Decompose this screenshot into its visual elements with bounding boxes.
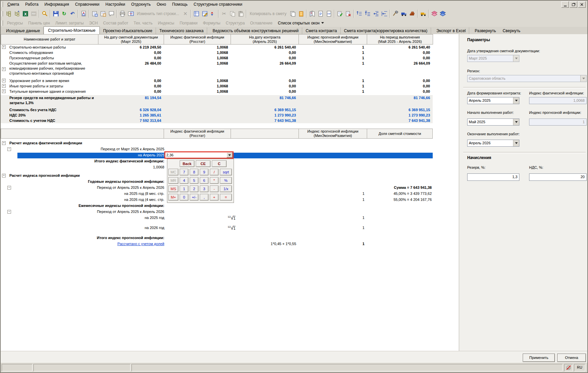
insert-section-icon[interactable] bbox=[99, 9, 107, 18]
resource-table-icon[interactable] bbox=[192, 9, 200, 18]
save-icon[interactable] bbox=[52, 9, 60, 18]
tree-add-icon[interactable] bbox=[13, 9, 21, 18]
calculated-with-shares-link[interactable]: Рассчитано с учетом долей bbox=[117, 242, 164, 246]
calc-sign-button[interactable]: +/- bbox=[190, 194, 198, 201]
tab-vedomost-obemov[interactable]: Ведомость объёмов конструктивных решений bbox=[209, 27, 302, 34]
work-start-combo[interactable]: Май 2025 bbox=[467, 119, 519, 126]
menu-okno[interactable]: Окно bbox=[154, 1, 169, 8]
vat-input[interactable]: 20 bbox=[529, 173, 587, 181]
truck-yellow-icon[interactable] bbox=[419, 9, 427, 18]
tab-smeta-kontrakta[interactable]: Смета контракта bbox=[302, 27, 341, 34]
table-row[interactable]: Титульные временные здания и сооружения … bbox=[1, 89, 433, 94]
minimize-button[interactable] bbox=[561, 1, 569, 8]
calc-1-button[interactable]: 1 bbox=[180, 185, 188, 192]
calc-ms-button[interactable]: MS bbox=[168, 185, 178, 192]
table-row[interactable]: Удорожание работ в зимнее время 0,00 1,0… bbox=[1, 78, 433, 83]
index-combo-box[interactable]: 2,36 bbox=[164, 151, 234, 159]
tab-smeta-kontrakta-korr[interactable]: Смета контракта(корректировка количества… bbox=[341, 27, 431, 34]
table-row[interactable]: Осуществление работ вахтовым методом, ко… bbox=[1, 61, 433, 78]
indent-left-icon[interactable] bbox=[372, 9, 380, 18]
combo-dropdown-button[interactable] bbox=[227, 152, 233, 158]
calc-multiply-button[interactable]: * bbox=[210, 177, 219, 184]
calc-5-button[interactable]: 5 bbox=[190, 177, 198, 184]
menu-nastroyki[interactable]: Настройки bbox=[102, 1, 128, 8]
calc-comma-button[interactable]: , bbox=[200, 194, 208, 201]
tab-proektno-izyskatelskie[interactable]: Проектно-Изыскательские bbox=[100, 27, 156, 34]
search-icon[interactable] bbox=[40, 9, 49, 18]
tree-structure-icon[interactable] bbox=[4, 9, 13, 18]
tab-tehnicheskogo-zakazchika[interactable]: Технического заказчика bbox=[156, 27, 207, 34]
table-row[interactable]: Строительно-монтажные работы 6 219 249,5… bbox=[1, 45, 433, 50]
table-row[interactable]: Стоимость оборудования 0,00 1,0068 0,00 … bbox=[1, 50, 433, 55]
doc-pr-icon[interactable]: ПР bbox=[325, 9, 333, 18]
apply-button[interactable]: Применить bbox=[523, 354, 555, 362]
col-header-name[interactable]: Наименование работ и затрат bbox=[1, 34, 98, 45]
comment-icon[interactable] bbox=[107, 9, 115, 18]
edit-table-icon[interactable] bbox=[200, 9, 209, 18]
print-icon[interactable] bbox=[118, 9, 127, 18]
calc-9-button[interactable]: 9 bbox=[200, 169, 208, 175]
toolbar-grip[interactable] bbox=[1, 2, 3, 7]
toolbar-grip[interactable] bbox=[1, 11, 3, 16]
materials-icon[interactable] bbox=[408, 9, 416, 18]
collapse-icon[interactable] bbox=[2, 141, 6, 145]
total-row-vat[interactable]: НДС 20% 1 265 385,61 1 273 990,23 1 273 … bbox=[1, 113, 433, 118]
monthly-transition-row[interactable]: Переход от Апрель 2025 к Апрель 2026 bbox=[1, 209, 459, 215]
calc-c-button[interactable]: C bbox=[212, 160, 227, 167]
expand-icon[interactable] bbox=[2, 89, 6, 93]
combo-dropdown-button[interactable] bbox=[513, 119, 519, 125]
menu-otdohnut[interactable]: Отдохнуть bbox=[128, 1, 154, 8]
collapse-icon[interactable] bbox=[7, 147, 11, 151]
calc-plus-button[interactable]: + bbox=[210, 194, 219, 201]
total-row-reserve[interactable]: Резерв средств на непредвиденные работы … bbox=[1, 95, 433, 107]
calc-mplus-button[interactable]: M+ bbox=[168, 194, 178, 201]
col-header-base-date[interactable]: На дату сметной документации(Март 2025) bbox=[98, 34, 164, 45]
menu-informacia[interactable]: Информация bbox=[41, 1, 72, 8]
sort-icon[interactable] bbox=[209, 9, 217, 18]
total-row-with-vat[interactable]: Стоимость с учетом НДС 7 592 313,64 7 64… bbox=[1, 118, 433, 123]
calc-7-button[interactable]: 7 bbox=[180, 169, 188, 175]
merge-rows-icon[interactable] bbox=[127, 9, 135, 18]
combo-dropdown-button[interactable] bbox=[513, 140, 519, 146]
catalog-icon[interactable] bbox=[308, 9, 316, 18]
tab-export-excel[interactable]: Экспорт в Excel bbox=[433, 27, 469, 34]
combo-dropdown-button[interactable] bbox=[513, 97, 519, 104]
calc-2-button[interactable]: 2 bbox=[190, 185, 198, 192]
doc-uncheck-icon[interactable] bbox=[344, 9, 352, 18]
toolbar-grip[interactable] bbox=[1, 20, 3, 26]
copy-sheet-icon[interactable] bbox=[288, 9, 297, 18]
tab-ishodnye-dannye[interactable]: Исходные данные bbox=[3, 27, 44, 34]
excel-icon[interactable]: X bbox=[21, 9, 29, 18]
expand-icon[interactable] bbox=[2, 79, 6, 82]
collapse-icon[interactable] bbox=[7, 210, 11, 214]
layers-blue-icon[interactable] bbox=[438, 9, 447, 18]
calc-equals-button[interactable]: = bbox=[220, 194, 232, 201]
keyboard-layout-indicator[interactable]: RU bbox=[574, 364, 585, 371]
calc-divide-button[interactable]: / bbox=[210, 169, 219, 175]
machines-icon[interactable] bbox=[391, 9, 400, 18]
col-header-fact-index[interactable]: Индекс фактической инфляции(Росстат) bbox=[164, 34, 231, 45]
col-header-forecast-index[interactable]: Индекс прогнозной инфляции(МинЭкономРазв… bbox=[299, 34, 367, 45]
col-header-period[interactable]: На период выполнения(Май 2025 - Апрель 2… bbox=[367, 34, 433, 45]
export-row-icon[interactable] bbox=[79, 9, 88, 18]
calc-sqrt-button[interactable]: sqrt bbox=[220, 169, 232, 175]
calc-percent-button[interactable]: % bbox=[220, 177, 232, 184]
expand-icon[interactable] bbox=[2, 84, 6, 88]
truck-blue-icon[interactable] bbox=[400, 9, 408, 18]
calc-inverse-button[interactable]: 1/x bbox=[220, 185, 232, 192]
calc-4-button[interactable]: 4 bbox=[180, 177, 188, 184]
layers-pink-icon[interactable] bbox=[430, 9, 438, 18]
cancel-button[interactable]: Отмена bbox=[557, 354, 586, 362]
open-windows-button[interactable]: Список открытых окон bbox=[275, 20, 327, 26]
work-end-combo[interactable]: Апрель 2026 bbox=[467, 140, 519, 147]
copy-sheet-orange-icon[interactable] bbox=[297, 9, 305, 18]
indent-up-line-icon[interactable] bbox=[363, 9, 372, 18]
tab-razvernut[interactable]: Развернуть bbox=[471, 27, 499, 34]
menu-pomosch[interactable]: Помощь bbox=[169, 1, 190, 8]
collapse-icon[interactable] bbox=[7, 186, 11, 190]
total-row-no-vat[interactable]: Стоимость без учета НДС 6 326 928,04 6 3… bbox=[1, 107, 433, 113]
table-row[interactable]: Иные прочие работы и затраты 0,00 1,0068… bbox=[1, 83, 433, 89]
expand-icon[interactable] bbox=[2, 67, 6, 71]
menu-strukturnye[interactable]: Структурные справочники bbox=[190, 1, 245, 8]
indent-up-icon[interactable] bbox=[355, 9, 363, 18]
